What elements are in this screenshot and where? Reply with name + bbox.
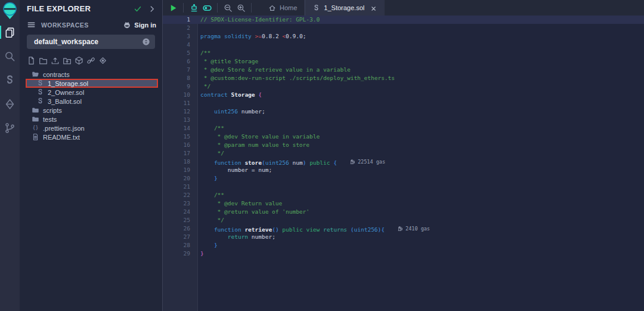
code-line[interactable]: 3pragma solidity >=0.8.2 <0.9.0; [163,32,644,41]
zoom-in-icon[interactable] [234,0,247,16]
code-line[interactable]: 19 number = num; [163,166,644,174]
code-line[interactable]: 23 * @dev Return value [163,199,644,208]
svg-text:{}: {} [33,125,39,131]
line-content: /** [197,49,210,57]
gas-estimate: 2410 gas [398,224,430,233]
collapse-chevron-icon[interactable] [148,5,156,13]
code-line[interactable]: 24 * @return value of 'number' [163,208,644,216]
line-number: 14 [163,124,197,133]
code-line[interactable]: 1// SPDX-License-Identifier: GPL-3.0 [163,16,644,24]
file-explorer-icon[interactable] [0,26,20,39]
line-number: 4 [163,41,197,49]
code-line[interactable]: 8 * @custom:dev-run-script ./scripts/dep… [163,74,644,82]
line-number: 22 [163,191,197,199]
code-line[interactable]: 6 * @title Storage [163,57,644,66]
ai-toggle-icon[interactable] [200,0,213,16]
tree-item-label: contracts [43,71,70,78]
gas-estimate: 22514 gas [350,158,385,166]
line-number: 29 [163,250,197,258]
code-line[interactable]: 16 * @param num value to store [163,141,644,149]
zoom-out-icon[interactable] [221,0,234,16]
solidity-icon [312,4,320,12]
run-script-icon[interactable] [166,0,179,16]
cube-icon[interactable] [75,56,83,65]
code-line[interactable]: 25 */ [163,216,644,224]
line-number: 28 [163,241,197,250]
sign-in-button[interactable]: Sign in [123,21,156,29]
code-line[interactable]: 26 function retrieve() public view retur… [163,224,644,233]
code-line[interactable]: 21 [163,183,644,191]
line-number: 19 [163,166,197,174]
line-number: 18 [163,158,197,166]
link-icon[interactable] [86,56,95,65]
line-number: 8 [163,74,197,82]
code-line[interactable]: 7 * @dev Store & retrieve value in a var… [163,66,644,74]
git-icon[interactable] [0,121,20,134]
new-folder-icon[interactable] [39,56,48,65]
line-content: * @dev Store & retrieve value in a varia… [197,66,351,74]
code-line[interactable]: 10contract Storage { [163,91,644,99]
tree-item-contracts[interactable]: contracts [20,70,162,79]
workspaces-row: WORKSPACES Sign in [20,16,162,33]
workspaces-label: WORKSPACES [41,21,123,29]
tree-item-prettierrc-json[interactable]: {}.prettierrc.json [20,124,162,133]
search-icon[interactable] [0,50,20,63]
tab-1-storage-sol[interactable]: 1_Storage.sol [305,0,385,16]
tree-item-tests[interactable]: tests [20,115,162,124]
workspaces-menu-icon[interactable] [27,20,36,29]
code-line[interactable]: 14 /** [163,124,644,133]
workspace-select[interactable]: default_workspace [27,35,155,49]
code-line[interactable]: 27 return number; [163,233,644,241]
code-line[interactable]: 22 /** [163,191,644,199]
code-line[interactable]: 2 [163,24,644,32]
deploy-run-icon[interactable] [0,97,20,110]
github-icon [123,21,131,29]
tree-item-2-owner-sol[interactable]: 2_Owner.sol [20,88,162,97]
line-number: 3 [163,32,197,41]
line-content [197,99,200,107]
upload-file-icon[interactable] [51,56,60,65]
icon-sidebar [0,0,20,311]
code-line[interactable]: 15 * @dev Store value in variable [163,133,644,141]
solidity-compiler-icon[interactable] [0,73,20,87]
line-number: 13 [163,116,197,124]
remix-logo[interactable] [2,2,18,20]
line-content: contract Storage { [197,91,262,99]
code-line[interactable]: 4 [163,41,644,49]
code-line[interactable]: 11 [163,99,644,107]
home-icon [268,4,276,12]
toolbar-divider [217,3,218,13]
panel-header: FILE EXPLORER [20,0,162,16]
code-line[interactable]: 18 function store(uint256 num) public {2… [163,158,644,166]
code-line[interactable]: 20 } [163,174,644,183]
code-line[interactable]: 29} [163,250,644,258]
tree-item-1-storage-sol[interactable]: 1_Storage.sol [26,79,158,88]
tab-home[interactable]: Home [261,0,305,16]
upload-folder-icon[interactable] [63,56,72,65]
line-number: 2 [163,24,197,32]
code-editor[interactable]: 1// SPDX-License-Identifier: GPL-3.023pr… [163,16,644,311]
check-icon[interactable] [134,5,142,13]
line-number: 11 [163,99,197,107]
new-file-icon[interactable] [27,56,36,65]
tree-item-3-ballot-sol[interactable]: 3_Ballot.sol [20,97,162,106]
ai-assistant-icon[interactable] [187,0,200,16]
line-content: * @custom:dev-run-script ./scripts/deplo… [197,74,395,82]
code-line[interactable]: 13 [163,116,644,124]
line-number: 10 [163,91,197,99]
line-number: 1 [163,16,197,24]
code-line[interactable]: 17 */ [163,149,644,158]
code-line[interactable]: 12 uint256 number; [163,107,644,116]
tree-item-scripts[interactable]: scripts [20,106,162,115]
code-line[interactable]: 9 */ [163,82,644,91]
code-line[interactable]: 5/** [163,49,644,57]
stepper-icon [142,38,150,46]
gem-icon[interactable] [98,56,107,65]
workspace-selected-value: default_workspace [34,38,98,46]
line-content: function store(uint256 num) public {2251… [197,158,385,166]
tree-item-readme-txt[interactable]: README.txt [20,133,162,141]
line-number: 16 [163,141,197,149]
close-tab-icon[interactable] [370,5,377,11]
code-line[interactable]: 28 } [163,241,644,250]
line-content: pragma solidity >=0.8.2 <0.9.0; [197,32,306,41]
